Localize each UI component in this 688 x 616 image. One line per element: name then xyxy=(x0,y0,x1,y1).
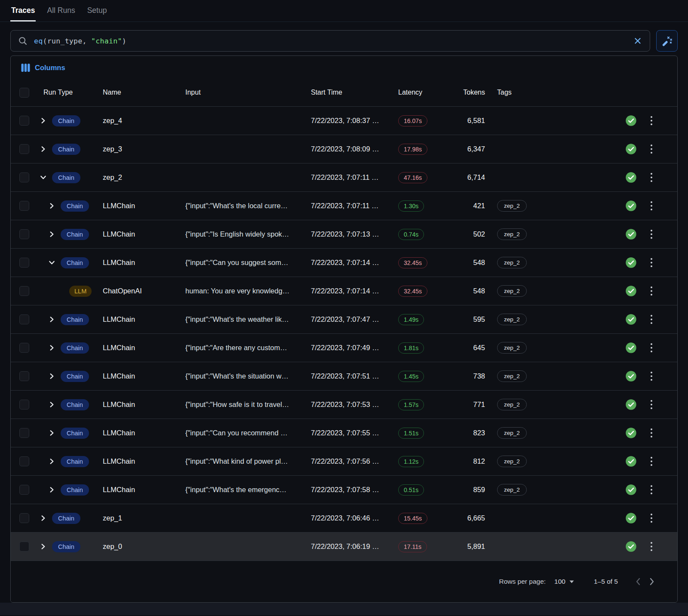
run-name: ChatOpenAI xyxy=(103,287,185,295)
table-row[interactable]: Chain LLMChain {"input":"Can you recomme… xyxy=(11,419,677,447)
latency-badge: 1.45s xyxy=(398,371,424,382)
table-row[interactable]: Chain LLMChain {"input":"What's the weat… xyxy=(11,305,677,333)
table-row[interactable]: Chain LLMChain {"input":"Are there any c… xyxy=(11,333,677,362)
table-row[interactable]: Chain zep_4 7/22/2023, 7:08:37 … 16.07s … xyxy=(11,106,677,135)
tokens-value: 859 xyxy=(445,486,485,494)
table-row[interactable]: Chain zep_0 7/22/2023, 7:06:19 … 17.11s … xyxy=(11,532,677,561)
row-checkbox[interactable] xyxy=(19,116,29,126)
table-row[interactable]: Chain zep_2 7/22/2023, 7:07:11 … 47.16s … xyxy=(11,163,677,191)
table-row[interactable]: Chain LLMChain {"input":"Can you suggest… xyxy=(11,248,677,277)
clear-search-button[interactable] xyxy=(633,37,642,45)
rows-per-page-select[interactable]: 100 xyxy=(554,578,574,585)
row-checkbox[interactable] xyxy=(19,400,29,410)
kebab-menu-icon xyxy=(650,286,653,296)
row-checkbox[interactable] xyxy=(19,542,29,551)
expand-chevron-icon[interactable] xyxy=(47,485,56,495)
select-all-checkbox[interactable] xyxy=(19,88,29,98)
row-checkbox[interactable] xyxy=(19,343,29,353)
row-menu-button[interactable] xyxy=(641,342,662,353)
run-type-badge: Chain xyxy=(61,371,89,382)
tab-traces[interactable]: Traces xyxy=(10,6,36,22)
row-checkbox[interactable] xyxy=(19,485,29,495)
expand-chevron-icon[interactable] xyxy=(47,372,56,381)
row-checkbox[interactable] xyxy=(19,172,29,182)
row-menu-button[interactable] xyxy=(641,172,662,183)
expand-chevron-icon[interactable] xyxy=(47,400,56,410)
row-checkbox[interactable] xyxy=(19,456,29,466)
run-type-badge: Chain xyxy=(52,541,80,552)
row-menu-button[interactable] xyxy=(641,399,662,410)
latency-badge: 1.81s xyxy=(398,342,424,354)
kebab-menu-icon xyxy=(650,144,653,154)
expand-chevron-icon[interactable] xyxy=(47,230,56,239)
tab-all-runs[interactable]: All Runs xyxy=(46,6,76,22)
table-row[interactable]: Chain zep_1 7/22/2023, 7:06:46 … 15.45s … xyxy=(11,504,677,532)
run-type-badge: Chain xyxy=(61,200,89,212)
row-menu-button[interactable] xyxy=(641,200,662,211)
columns-button[interactable]: Columns xyxy=(11,56,65,79)
table-row[interactable]: Chain LLMChain {"input":"What's the loca… xyxy=(11,191,677,220)
tokens-value: 548 xyxy=(445,259,485,267)
table-row[interactable]: Chain LLMChain {"input":"How safe is it … xyxy=(11,390,677,419)
run-start-time: 7/22/2023, 7:07:13 … xyxy=(311,230,398,238)
row-checkbox[interactable] xyxy=(19,201,29,211)
expand-chevron-icon[interactable] xyxy=(47,428,56,438)
run-start-time: 7/22/2023, 7:07:56 … xyxy=(311,457,398,465)
expand-chevron-icon[interactable] xyxy=(47,315,56,324)
next-page-button[interactable] xyxy=(649,577,655,586)
run-start-time: 7/22/2023, 7:07:14 … xyxy=(311,259,398,267)
header-input: Input xyxy=(185,89,311,96)
kebab-menu-icon xyxy=(650,399,653,410)
tag-badge: zep_2 xyxy=(497,484,527,496)
table-row[interactable]: Chain zep_3 7/22/2023, 7:08:09 … 17.98s … xyxy=(11,135,677,163)
expand-chevron-icon[interactable] xyxy=(47,457,56,466)
tab-setup[interactable]: Setup xyxy=(86,6,108,22)
expand-chevron-icon[interactable] xyxy=(38,116,48,126)
tokens-value: 595 xyxy=(445,315,485,323)
row-checkbox[interactable] xyxy=(19,371,29,381)
expand-chevron-icon[interactable] xyxy=(47,343,56,353)
row-checkbox[interactable] xyxy=(19,314,29,324)
table-row[interactable]: Chain LLMChain {"input":"What's the emer… xyxy=(11,475,677,504)
rows-per-page-label: Rows per page: xyxy=(499,578,546,585)
expand-chevron-icon[interactable] xyxy=(38,542,48,551)
row-menu-button[interactable] xyxy=(641,513,662,524)
row-menu-button[interactable] xyxy=(641,144,662,154)
expand-chevron-icon[interactable] xyxy=(38,145,48,154)
row-checkbox[interactable] xyxy=(19,229,29,239)
table-row[interactable]: Chain LLMChain {"input":"What kind of po… xyxy=(11,447,677,475)
pagination-range: 1–5 of 5 xyxy=(594,578,618,585)
magic-wand-icon xyxy=(661,35,673,46)
row-checkbox[interactable] xyxy=(19,258,29,268)
row-checkbox[interactable] xyxy=(19,428,29,438)
tokens-value: 812 xyxy=(445,457,485,465)
collapse-chevron-icon[interactable] xyxy=(38,173,48,182)
latency-badge: 17.98s xyxy=(398,144,427,155)
table-row[interactable]: LLM ChatOpenAI human: You are very knowl… xyxy=(11,277,677,305)
row-menu-button[interactable] xyxy=(641,286,662,296)
previous-page-button[interactable] xyxy=(635,577,641,586)
row-checkbox[interactable] xyxy=(19,286,29,296)
table-row[interactable]: Chain LLMChain {"input":"What's the situ… xyxy=(11,362,677,390)
expand-chevron-icon[interactable] xyxy=(38,514,48,523)
row-menu-button[interactable] xyxy=(641,428,662,438)
search-input[interactable]: eq(run_type, "chain") xyxy=(10,30,650,52)
run-start-time: 7/22/2023, 7:07:47 … xyxy=(311,315,398,323)
table-row[interactable]: Chain LLMChain {"input":"Is English wide… xyxy=(11,220,677,248)
row-menu-button[interactable] xyxy=(641,229,662,240)
row-menu-button[interactable] xyxy=(641,257,662,268)
suggest-filter-button[interactable] xyxy=(656,30,678,52)
row-checkbox[interactable] xyxy=(19,513,29,523)
row-menu-button[interactable] xyxy=(641,115,662,126)
row-checkbox[interactable] xyxy=(19,144,29,154)
row-menu-button[interactable] xyxy=(641,541,662,552)
search-icon xyxy=(18,37,27,45)
expand-chevron-icon[interactable] xyxy=(47,201,56,211)
kebab-menu-icon xyxy=(650,200,653,211)
collapse-chevron-icon[interactable] xyxy=(47,258,56,268)
success-status-icon xyxy=(625,541,637,552)
row-menu-button[interactable] xyxy=(641,456,662,467)
row-menu-button[interactable] xyxy=(641,314,662,325)
row-menu-button[interactable] xyxy=(641,484,662,495)
row-menu-button[interactable] xyxy=(641,371,662,382)
